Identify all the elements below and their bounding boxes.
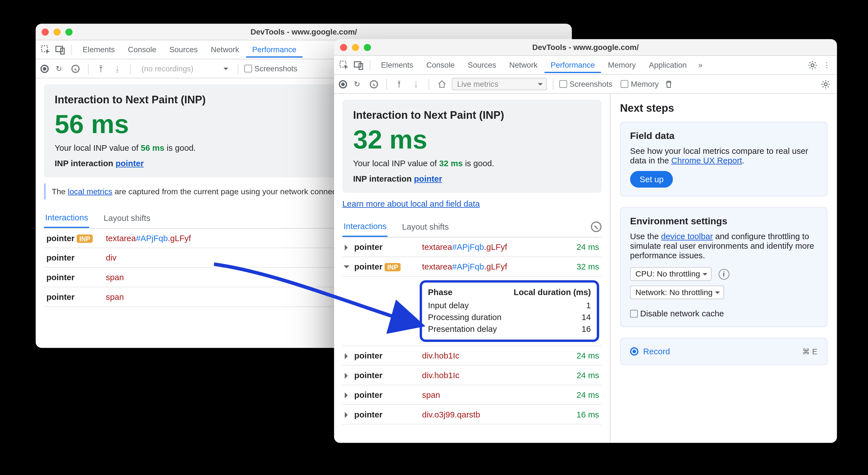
tab-elements[interactable]: Elements — [77, 41, 121, 58]
devtools-tabs: Elements Console Sources Network Perform… — [334, 56, 837, 75]
panel-settings-icon[interactable] — [819, 77, 832, 91]
env-settings-title: Environment settings — [630, 216, 817, 227]
table-row[interactable]: pointer div.hob1Ic 24 ms — [342, 366, 601, 385]
learn-more-link[interactable]: Learn more about local and field data — [342, 199, 480, 209]
clear-list-icon[interactable] — [591, 222, 601, 232]
network-throttle-select[interactable]: Network: No throttling — [630, 285, 724, 299]
titlebar[interactable]: DevTools - www.google.com/ — [36, 24, 572, 40]
tab-performance[interactable]: Performance — [246, 41, 303, 58]
trash-icon[interactable] — [662, 77, 676, 91]
inp-interaction-link[interactable]: pointer — [116, 159, 144, 168]
chevron-right-icon[interactable] — [345, 412, 351, 418]
settings-icon[interactable] — [806, 58, 819, 72]
local-metrics-link[interactable]: local metrics — [68, 187, 113, 196]
window-title: DevTools - www.google.com/ — [36, 27, 572, 36]
svg-point-6 — [811, 63, 814, 67]
home-icon[interactable] — [435, 77, 448, 91]
svg-point-7 — [824, 82, 827, 86]
cpu-throttle-select[interactable]: CPU: No throttling — [630, 267, 711, 281]
window-title: DevTools - www.google.com/ — [334, 43, 837, 52]
tab-console[interactable]: Console — [122, 41, 162, 58]
inp-title: Interaction to Next Paint (INP) — [353, 109, 591, 122]
record-label[interactable]: Record — [643, 347, 670, 356]
chevron-right-icon[interactable] — [345, 245, 351, 251]
inp-interaction-link[interactable]: pointer — [414, 174, 442, 183]
close-icon[interactable] — [41, 28, 49, 35]
tab-sources[interactable]: Sources — [462, 57, 502, 73]
record-shortcut: ⌘ E — [802, 347, 817, 356]
table-row[interactable]: pointer textarea#APjFqb.gLFyf 24 ms — [342, 238, 601, 257]
svg-rect-4 — [354, 62, 361, 67]
screenshots-checkbox[interactable]: Screenshots — [244, 64, 298, 73]
interactions-table: pointer textarea#APjFqb.gLFyf 24 ms poin… — [342, 238, 601, 425]
phase-row: PhaseLocal duration (ms) Input delay1 Pr… — [342, 276, 601, 346]
memory-checkbox[interactable]: Memory — [621, 79, 659, 89]
upload-icon[interactable]: ⭱ — [94, 62, 107, 75]
next-steps-panel: Next steps Field data See how your local… — [610, 94, 837, 443]
device-toolbar-icon[interactable] — [352, 58, 365, 72]
disable-cache-checkbox[interactable]: Disable network cache — [630, 309, 817, 318]
tab-interactions[interactable]: Interactions — [342, 217, 388, 237]
inp-badge: INP — [77, 235, 93, 243]
field-data-title: Field data — [630, 131, 817, 141]
upload-icon[interactable]: ⭱ — [393, 77, 406, 91]
screenshots-checkbox[interactable]: Screenshots — [559, 79, 613, 89]
crux-link[interactable]: Chrome UX Report — [671, 156, 742, 165]
record-icon[interactable] — [40, 64, 49, 73]
device-toolbar-icon[interactable] — [53, 43, 67, 56]
chevron-down-icon[interactable] — [343, 266, 349, 271]
env-settings-card: Environment settings Use the device tool… — [620, 207, 828, 327]
info-icon[interactable]: i — [718, 269, 729, 280]
setup-button[interactable]: Set up — [630, 171, 673, 188]
chevron-right-icon[interactable] — [345, 353, 351, 359]
device-toolbar-link[interactable]: device toolbar — [661, 232, 713, 241]
field-data-text: See how your local metrics compare to re… — [630, 146, 817, 165]
svg-rect-1 — [56, 46, 62, 52]
tab-elements[interactable]: Elements — [375, 57, 419, 73]
tab-memory[interactable]: Memory — [602, 57, 642, 73]
live-metrics-select[interactable]: Live metrics — [452, 78, 547, 90]
record-icon[interactable] — [339, 80, 347, 88]
record-dot-icon[interactable] — [630, 347, 639, 356]
table-row[interactable]: pointer div.o3j99.qarstb 16 ms — [342, 405, 601, 425]
chevron-right-icon[interactable] — [345, 393, 351, 399]
tab-sources[interactable]: Sources — [163, 41, 204, 58]
tab-layout-shifts[interactable]: Layout shifts — [401, 217, 450, 237]
perf-toolbar: ↻ ⭱ ⭳ Live metrics Screenshots Memory — [334, 75, 837, 94]
record-card: Record ⌘ E — [620, 338, 828, 365]
table-row[interactable]: pointer span 24 ms — [342, 385, 601, 405]
titlebar[interactable]: DevTools - www.google.com/ — [334, 39, 837, 56]
more-tabs-icon[interactable]: » — [694, 58, 707, 72]
tab-network[interactable]: Network — [205, 41, 245, 58]
minimize-icon[interactable] — [53, 28, 60, 35]
tab-layout-shifts[interactable]: Layout shifts — [102, 209, 152, 228]
download-icon[interactable]: ⭳ — [111, 62, 124, 75]
live-metrics-panel: Interaction to Next Paint (INP) 32 ms Yo… — [334, 94, 610, 443]
close-icon[interactable] — [340, 43, 347, 50]
inspect-icon[interactable] — [338, 58, 351, 72]
env-settings-text: Use the device toolbar and configure thr… — [630, 232, 817, 260]
chevron-right-icon[interactable] — [345, 373, 351, 379]
clear-icon[interactable] — [367, 77, 381, 91]
next-steps-title: Next steps — [620, 102, 828, 114]
clear-icon[interactable] — [69, 62, 82, 75]
table-row[interactable]: pointer div.hob1Ic 24 ms — [342, 346, 601, 366]
download-icon[interactable]: ⭳ — [409, 77, 423, 91]
tab-performance[interactable]: Performance — [545, 57, 601, 73]
inspect-icon[interactable] — [39, 43, 53, 56]
reload-icon[interactable]: ↻ — [351, 77, 364, 91]
field-data-card: Field data See how your local metrics co… — [620, 122, 828, 197]
reload-icon[interactable]: ↻ — [52, 62, 65, 75]
tab-console[interactable]: Console — [421, 57, 461, 73]
minimize-icon[interactable] — [352, 43, 359, 50]
tab-application[interactable]: Application — [643, 57, 692, 73]
tab-network[interactable]: Network — [503, 57, 544, 73]
table-row[interactable]: pointerINP textarea#APjFqb.gLFyf 32 ms — [342, 257, 601, 276]
inp-value: 32 ms — [353, 125, 591, 154]
kebab-icon[interactable]: ⋮ — [820, 58, 833, 72]
zoom-icon[interactable] — [65, 28, 72, 35]
zoom-icon[interactable] — [364, 43, 371, 50]
devtools-window-right: DevTools - www.google.com/ Elements Cons… — [334, 39, 837, 443]
recording-select[interactable]: (no recordings) — [136, 63, 231, 74]
tab-interactions[interactable]: Interactions — [44, 208, 89, 228]
